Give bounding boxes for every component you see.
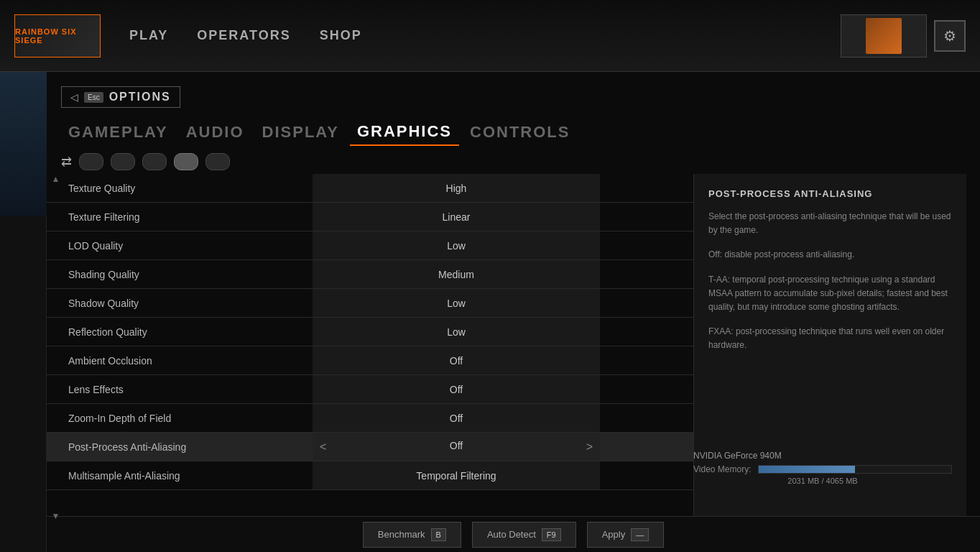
esc-key: Esc bbox=[84, 92, 103, 103]
preset-btn-3[interactable] bbox=[142, 153, 167, 170]
setting-val-ambient-occlusion: Off bbox=[450, 355, 463, 367]
auto-detect-button[interactable]: Auto Detect F9 bbox=[472, 522, 576, 548]
vram-unit-2: MB bbox=[846, 477, 858, 485]
setting-value-texture-filtering[interactable]: Linear bbox=[313, 203, 600, 231]
setting-value-post-process-aa[interactable]: < Off > bbox=[313, 433, 600, 461]
slider-right-arrow[interactable]: > bbox=[579, 441, 600, 454]
setting-val-texture-quality: High bbox=[446, 183, 467, 194]
vram-label: Video Memory: bbox=[693, 464, 751, 474]
back-arrow: ◁ bbox=[70, 91, 78, 103]
options-label: OPTIONS bbox=[109, 91, 171, 104]
vram-row: Video Memory: bbox=[693, 464, 952, 474]
setting-label-multisample-aa: Multisample Anti-Aliasing bbox=[68, 470, 313, 482]
scroll-down-arrow[interactable]: ▼ bbox=[52, 511, 60, 521]
setting-value-ambient-occlusion[interactable]: Off bbox=[313, 346, 600, 374]
apply-label: Apply bbox=[602, 529, 626, 540]
setting-val-multisample-aa: Temporal Filtering bbox=[416, 470, 496, 482]
apply-button[interactable]: Apply — bbox=[587, 522, 665, 548]
setting-value-lens-effects[interactable]: Off bbox=[313, 375, 600, 403]
preset-btn-5[interactable] bbox=[205, 153, 230, 170]
tab-graphics[interactable]: GRAPHICS bbox=[350, 119, 459, 146]
info-panel-title: POST-PROCESS ANTI-ALIASING bbox=[708, 188, 952, 199]
setting-val-texture-filtering: Linear bbox=[443, 211, 471, 223]
setting-label-texture-quality: Texture Quality bbox=[68, 183, 313, 194]
setting-label-lens-effects: Lens Effects bbox=[68, 384, 313, 395]
nav-operators[interactable]: OPERATORS bbox=[197, 28, 290, 43]
nav-play[interactable]: PLAY bbox=[129, 28, 168, 43]
setting-row-lens-effects[interactable]: Lens Effects Off bbox=[47, 375, 693, 404]
options-header: ◁ Esc OPTIONS bbox=[47, 72, 980, 115]
setting-row-lod-quality[interactable]: LOD Quality Low bbox=[47, 231, 693, 260]
benchmark-key: B bbox=[431, 528, 446, 541]
setting-row-shadow-quality[interactable]: Shadow Quality Low bbox=[47, 289, 693, 318]
setting-label-zoom-dof: Zoom-In Depth of Field bbox=[68, 413, 313, 424]
info-panel: POST-PROCESS ANTI-ALIASING Select the po… bbox=[693, 174, 966, 521]
tab-controls[interactable]: CONTROLS bbox=[463, 119, 577, 145]
setting-row-ambient-occlusion[interactable]: Ambient Occlusion Off bbox=[47, 346, 693, 375]
setting-val-post-process-aa: Off bbox=[450, 440, 463, 451]
setting-label-post-process-aa: Post-Process Anti-Aliasing bbox=[68, 441, 313, 453]
tab-audio[interactable]: AUDIO bbox=[179, 119, 251, 145]
preset-row: ⇄ bbox=[47, 150, 980, 174]
setting-row-zoom-dof[interactable]: Zoom-In Depth of Field Off bbox=[47, 404, 693, 433]
benchmark-button[interactable]: Benchmark B bbox=[363, 522, 461, 548]
setting-label-lod-quality: LOD Quality bbox=[68, 240, 313, 252]
setting-val-shadow-quality: Low bbox=[447, 298, 466, 309]
preset-btn-4[interactable] bbox=[174, 153, 198, 170]
logo-area: RAINBOW SIX SIEGE bbox=[14, 14, 101, 58]
setting-label-ambient-occlusion: Ambient Occlusion bbox=[68, 355, 313, 367]
gpu-name: NVIDIA GeForce 940M bbox=[693, 451, 952, 461]
tab-navigation: GAMEPLAY AUDIO DISPLAY GRAPHICS CONTROLS bbox=[47, 115, 980, 150]
setting-val-zoom-dof: Off bbox=[450, 413, 463, 424]
tab-display[interactable]: DISPLAY bbox=[255, 119, 346, 145]
slider-left-arrow[interactable]: < bbox=[313, 441, 333, 454]
profile-image bbox=[866, 18, 902, 54]
setting-label-shadow-quality: Shadow Quality bbox=[68, 298, 313, 309]
setting-val-lens-effects: Off bbox=[450, 384, 463, 395]
nav-items: PLAY OPERATORS SHOP bbox=[129, 28, 362, 43]
setting-row-post-process-aa[interactable]: Post-Process Anti-Aliasing < Off > bbox=[47, 433, 693, 461]
tab-gameplay[interactable]: GAMEPLAY bbox=[61, 119, 175, 145]
vram-bar-fill bbox=[759, 466, 855, 473]
setting-value-shadow-quality[interactable]: Low bbox=[313, 289, 600, 317]
apply-key: — bbox=[631, 528, 649, 541]
setting-row-shading-quality[interactable]: Shading Quality Medium bbox=[47, 260, 693, 289]
setting-val-lod-quality: Low bbox=[447, 240, 466, 252]
setting-value-shading-quality[interactable]: Medium bbox=[313, 260, 600, 288]
setting-value-multisample-aa[interactable]: Temporal Filtering bbox=[313, 461, 600, 489]
setting-value-texture-quality[interactable]: High bbox=[313, 174, 600, 202]
setting-row-texture-filtering[interactable]: Texture Filtering Linear bbox=[47, 203, 693, 231]
setting-label-shading-quality: Shading Quality bbox=[68, 269, 313, 280]
setting-val-reflection-quality: Low bbox=[447, 326, 466, 338]
info-para-1: Select the post-process anti-aliasing te… bbox=[708, 210, 952, 237]
setting-value-zoom-dof[interactable]: Off bbox=[313, 404, 600, 432]
setting-row-texture-quality[interactable]: Texture Quality High bbox=[47, 174, 693, 203]
game-logo: RAINBOW SIX SIEGE bbox=[14, 14, 101, 58]
setting-val-shading-quality: Medium bbox=[438, 269, 474, 280]
setting-value-lod-quality[interactable]: Low bbox=[313, 231, 600, 259]
nav-shop[interactable]: SHOP bbox=[320, 28, 362, 43]
settings-list: Texture Quality High Texture Filtering L… bbox=[47, 174, 693, 490]
back-button[interactable]: ◁ Esc OPTIONS bbox=[61, 86, 180, 108]
setting-label-reflection-quality: Reflection Quality bbox=[68, 326, 313, 338]
scroll-up-arrow[interactable]: ▲ bbox=[52, 174, 60, 184]
auto-detect-key: F9 bbox=[542, 528, 561, 541]
bottom-bar: Benchmark B Auto Detect F9 Apply — bbox=[47, 516, 980, 552]
setting-row-multisample-aa[interactable]: Multisample Anti-Aliasing Temporal Filte… bbox=[47, 461, 693, 490]
setting-label-texture-filtering: Texture Filtering bbox=[68, 211, 313, 223]
preset-btn-1[interactable] bbox=[79, 153, 103, 170]
settings-container: ▲ ▼ Texture Quality High Texture Filteri… bbox=[47, 174, 980, 521]
settings-button[interactable]: ⚙ bbox=[934, 20, 966, 52]
side-avatar bbox=[0, 72, 47, 216]
preset-btn-2[interactable] bbox=[111, 153, 135, 170]
vram-text: 2031 MB / 4065 MB bbox=[693, 477, 952, 485]
preset-refresh-icon[interactable]: ⇄ bbox=[61, 154, 72, 170]
gpu-info: NVIDIA GeForce 940M Video Memory: 2031 M… bbox=[693, 451, 952, 485]
main-content: ◁ Esc OPTIONS GAMEPLAY AUDIO DISPLAY GRA… bbox=[47, 72, 980, 552]
setting-row-reflection-quality[interactable]: Reflection Quality Low bbox=[47, 318, 693, 346]
setting-value-reflection-quality[interactable]: Low bbox=[313, 318, 600, 346]
benchmark-label: Benchmark bbox=[378, 529, 425, 540]
info-para-3: T-AA: temporal post-processing technique… bbox=[708, 273, 952, 315]
profile-area bbox=[841, 14, 927, 58]
auto-detect-label: Auto Detect bbox=[487, 529, 536, 540]
